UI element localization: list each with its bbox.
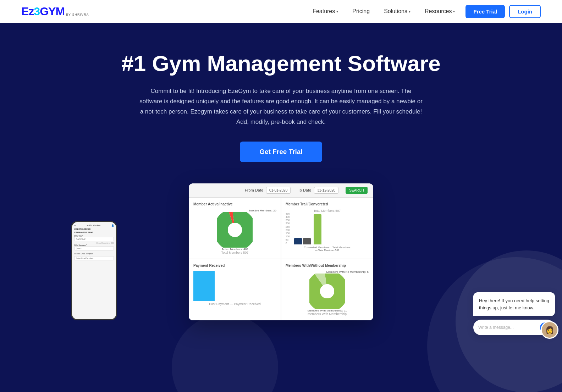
logo: Ez3GYM BY SHRIVRA	[21, 5, 89, 18]
nav-item-resources[interactable]: Resources ▾	[425, 8, 455, 15]
chevron-down-icon: ▾	[336, 10, 338, 13]
nav-label-solutions: Solutions	[384, 8, 407, 15]
chevron-down-icon-3: ▾	[453, 10, 455, 13]
cell3-sub: Past Payment — Payment Received	[193, 302, 276, 306]
phone-screen: ✉ + Add Member 👤 CREATE OFFER CAMPAIGNS …	[72, 222, 116, 319]
pie-chart-membership	[309, 274, 345, 309]
from-date-input[interactable]: 01-01-2020	[266, 187, 291, 194]
from-date-group: From Date 01-01-2020	[245, 187, 291, 194]
bar-labels: Converted Members Trial Members	[286, 246, 369, 249]
payment-bar-cyan	[193, 271, 215, 301]
from-date-label: From Date	[245, 188, 263, 192]
payment-bar-container: Past Payment — Payment Received	[193, 270, 276, 306]
phone-email-template-label: Choose Email Template	[74, 253, 114, 255]
deco-circle-2	[172, 314, 278, 392]
with-membership-label: Members With Membership: 51	[307, 309, 347, 312]
cell2-legend: — Total Members 507	[286, 249, 369, 252]
cell4-sub: Members With Membership	[308, 312, 347, 316]
bar-chart: 450400350300250200150100500	[286, 214, 369, 246]
hero-content: #1 Gym Management Software Commit to be …	[0, 51, 562, 162]
phone-section2: CAMPAIGNS SENT	[74, 231, 114, 233]
payment-bar-chart	[193, 270, 276, 302]
search-button[interactable]: SEARCH	[346, 187, 368, 194]
to-date-input[interactable]: 31-12-2020	[314, 187, 338, 194]
phone-offer-message-input[interactable]: (here it	[74, 246, 114, 250]
pie-chart-active	[217, 212, 253, 248]
cell-payment: Payment Received Past Payment — Payment …	[189, 259, 281, 320]
svg-point-5	[320, 284, 334, 298]
bar-chart-container: 450400350300250200150100500	[286, 214, 369, 252]
phone-offer-title-input[interactable]: Flat 50% off	[74, 237, 114, 241]
chat-input[interactable]: Write a message...	[478, 325, 540, 330]
phone-top-row: ✉ + Add Member 👤	[74, 224, 114, 227]
cell2-total: Total Members 507	[286, 209, 369, 212]
active-label: Active Members: 482	[221, 248, 248, 251]
dashboard-grid: Member Active/Inactive Inactive Members:…	[189, 198, 373, 320]
cell1-total: Total Members 507	[193, 251, 276, 254]
to-date-label: To Date	[298, 188, 311, 192]
cell1-title: Member Active/Inactive	[193, 202, 276, 206]
logo-text: Ez3GYM	[21, 5, 65, 18]
phone-mockup: ✉ + Add Member 👤 CREATE OFFER CAMPAIGNS …	[71, 221, 117, 320]
bar-group-trial	[314, 214, 321, 244]
to-date-group: To Date 31-12-2020	[298, 187, 338, 194]
cell-membership: Members With/Without Membership Members …	[281, 259, 373, 320]
chat-bubble: Hey there! If you need help setting thin…	[473, 292, 555, 316]
phone-offer-message-label: Offer Message *	[74, 244, 114, 246]
nav-item-solutions[interactable]: Solutions ▾	[384, 8, 411, 15]
pie-active-inactive: Inactive Members: 25 Active Members: 482	[193, 209, 276, 251]
cell-active-inactive: Member Active/Inactive Inactive Members:…	[189, 198, 281, 259]
inactive-label: Inactive Members: 25	[249, 209, 276, 212]
phone-offer-title-label: Offer Title *	[74, 235, 114, 237]
login-button[interactable]: Login	[509, 5, 541, 18]
cell4-title: Members With/Without Membership	[286, 264, 369, 267]
nav-label-pricing: Pricing	[352, 8, 370, 15]
nav-actions: Free Trial Login	[465, 5, 541, 18]
cell-trail-converted: Member Trail/Convereted Total Members 50…	[281, 198, 373, 259]
phone-icon-email: ✉	[74, 224, 76, 227]
hero-section: #1 Gym Management Software Commit to be …	[0, 23, 562, 392]
nav-links: Features ▾ Pricing Solutions ▾ Resources…	[313, 8, 455, 15]
cell2-title: Member Trail/Convereted	[286, 202, 369, 206]
phone-email-template-select[interactable]: Select Email Template	[74, 256, 114, 260]
chat-message: Hey there! If you need help setting thin…	[479, 298, 549, 310]
chat-avatar: 👩	[541, 321, 558, 339]
phone-section1: CREATE OFFER	[74, 228, 114, 230]
bar-trial	[314, 214, 321, 244]
nav-item-features[interactable]: Features ▾	[313, 8, 338, 15]
navbar: Ez3GYM BY SHRIVRA Features ▾ Pricing Sol…	[0, 0, 562, 23]
hero-subtitle: Commit to be fit! Introducing EzeGym to …	[139, 86, 423, 127]
free-trial-button[interactable]: Free Trial	[465, 5, 505, 18]
dashboard-header: From Date 01-01-2020 To Date 31-12-2020 …	[189, 183, 373, 198]
logo-sub: BY SHRIVRA	[66, 13, 89, 16]
no-membership-label: Members With No Membership: 6	[326, 270, 369, 274]
membership-pie-container: Members With No Membership: 6 Members Wi…	[286, 270, 369, 316]
svg-point-2	[228, 223, 242, 237]
chat-widget: Hey there! If you need help setting thin…	[473, 292, 555, 335]
get-free-trial-button[interactable]: Get Free Trial	[240, 142, 322, 162]
bar-label-converted: Converted Members	[304, 246, 329, 249]
hero-title: #1 Gym Management Software	[71, 51, 491, 76]
nav-item-pricing[interactable]: Pricing	[352, 8, 370, 15]
phone-add-member: + Add Member	[87, 224, 100, 226]
cell3-title: Payment Received	[193, 264, 276, 267]
phone-icon-avatar: 👤	[111, 224, 114, 227]
bar-label-trial: Trial Members	[332, 246, 351, 249]
nav-label-features: Features	[313, 8, 335, 15]
chevron-down-icon-2: ▾	[409, 10, 411, 13]
bar-converted2	[303, 238, 311, 244]
nav-label-resources: Resources	[425, 8, 452, 15]
bar-converted	[294, 238, 302, 244]
dashboard-card: From Date 01-01-2020 To Date 31-12-2020 …	[189, 183, 373, 320]
bar-group-converted	[294, 238, 311, 244]
